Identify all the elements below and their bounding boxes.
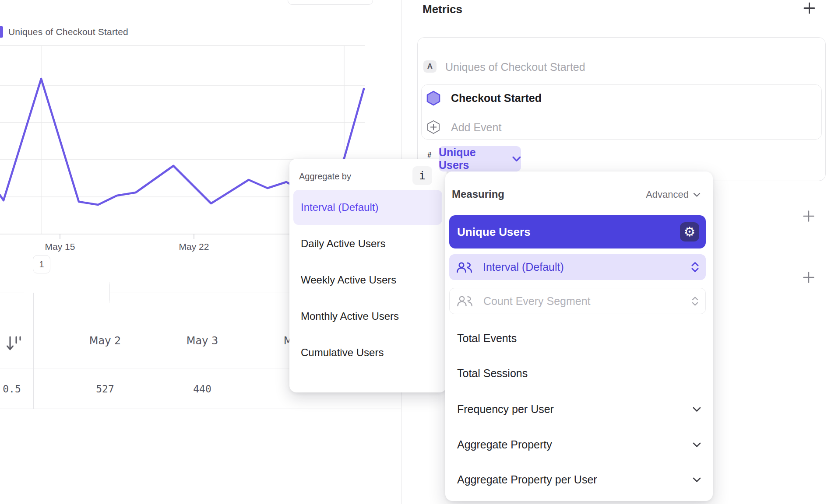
numeric-type-symbol: # — [427, 151, 431, 159]
up-down-chevrons-icon — [692, 296, 698, 306]
menu-item-label: Frequency per User — [457, 403, 554, 416]
menu-item-label: Aggregate Property — [457, 438, 552, 451]
add-section-icon[interactable] — [803, 210, 815, 222]
table-frozen-cell: 0.5 — [3, 383, 21, 395]
measuring-option-total-events[interactable]: Total Events — [457, 332, 701, 345]
measuring-interval-row[interactable]: Interval (Default) — [449, 254, 706, 280]
measuring-count-every-segment-row[interactable]: Count Every Segment — [449, 288, 706, 314]
chip-label: Unique Users — [439, 146, 508, 172]
measuring-option-aggregate-property-per-user[interactable]: Aggregate Property per User — [457, 473, 701, 486]
menu-item-label: Total Sessions — [457, 367, 528, 380]
info-icon[interactable]: i — [412, 166, 432, 185]
gear-icon[interactable]: ⚙ — [680, 222, 699, 242]
table-header-cell[interactable]: May 3 — [187, 335, 218, 347]
add-section-icon[interactable] — [803, 271, 815, 284]
measuring-option-frequency-per-user[interactable]: Frequency per User — [457, 403, 701, 416]
seg-mask — [24, 278, 109, 306]
menu-item-label: Aggregate Property per User — [457, 473, 597, 486]
event-hexagon-icon[interactable] — [426, 91, 441, 106]
aggregate-option-cumulative[interactable]: Cumulative Users — [301, 346, 384, 359]
measuring-title: Measuring — [452, 188, 504, 200]
metrics-section-title: Metrics — [423, 3, 462, 16]
sort-icon[interactable] — [6, 334, 25, 353]
table-row-border — [0, 409, 401, 409]
chevron-down-icon — [693, 192, 701, 197]
aggregate-by-popup: Aggregate by i Interval (Default) Daily … — [289, 159, 447, 392]
metric-letter-badge: A — [423, 60, 437, 73]
table-frozen-divider — [33, 293, 34, 409]
users-icon — [456, 262, 472, 273]
users-icon — [457, 295, 473, 307]
unique-users-label: Unique Users — [457, 225, 531, 239]
add-event-hexagon-icon[interactable] — [426, 120, 440, 134]
table-header-cell[interactable]: May 2 — [89, 335, 121, 347]
aggregate-by-title: Aggregate by — [299, 172, 351, 182]
chevron-down-icon — [693, 407, 701, 412]
interval-option-label: Interval (Default) — [483, 261, 681, 273]
aggregate-option-interval-selected[interactable]: Interval (Default) — [293, 190, 442, 225]
metric-title-text[interactable]: Uniques of Checkout Started — [445, 61, 585, 74]
aggregate-option-wau[interactable]: Weekly Active Users — [301, 274, 396, 286]
event-name[interactable]: Checkout Started — [451, 92, 542, 105]
table-cell: 527 — [96, 383, 114, 395]
add-metric-icon[interactable] — [803, 2, 815, 14]
measuring-option-total-sessions[interactable]: Total Sessions — [457, 367, 701, 380]
page-number-button[interactable]: 1 — [33, 255, 50, 273]
unique-users-chip[interactable]: Unique Users — [439, 146, 521, 172]
measuring-dropdown-panel: Measuring Advanced Unique Users ⚙ Interv… — [445, 172, 713, 501]
advanced-label: Advanced — [646, 189, 689, 200]
x-axis-label: May 22 — [179, 242, 209, 252]
menu-item-label: Total Events — [457, 332, 517, 345]
measuring-option-unique-users-selected[interactable]: Unique Users ⚙ — [449, 215, 706, 248]
add-event-button[interactable]: Add Event — [451, 121, 501, 134]
x-axis-label: May 15 — [45, 242, 75, 252]
advanced-toggle[interactable]: Advanced — [646, 189, 701, 200]
measuring-option-aggregate-property[interactable]: Aggregate Property — [457, 438, 701, 451]
chevron-down-icon — [512, 156, 521, 162]
table-cell: 440 — [193, 383, 211, 395]
chevron-down-icon — [693, 442, 701, 448]
count-every-segment-label: Count Every Segment — [483, 295, 681, 308]
chevron-down-icon — [693, 477, 701, 483]
up-down-chevrons-icon — [691, 262, 699, 273]
aggregate-option-mau[interactable]: Monthly Active Users — [301, 310, 399, 322]
aggregate-option-dau[interactable]: Daily Active Users — [301, 238, 385, 250]
